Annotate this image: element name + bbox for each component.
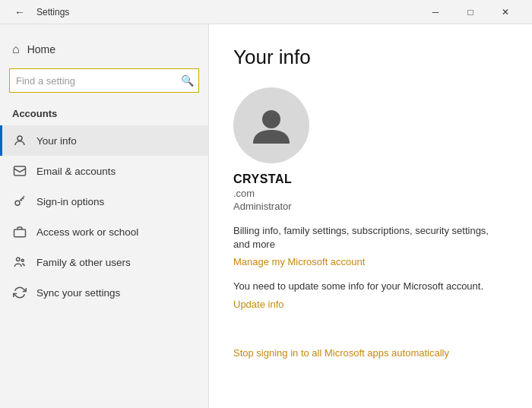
close-button[interactable]: ✕ [488, 0, 523, 24]
home-icon: ⌂ [12, 43, 20, 56]
maximize-button[interactable]: □ [453, 0, 488, 24]
avatar-icon [249, 103, 294, 148]
sidebar-section-title: Accounts [0, 105, 208, 125]
update-notice-text: You need to update some info for your Mi… [233, 280, 483, 293]
sidebar-home-label: Home [27, 43, 55, 55]
svg-rect-1 [14, 166, 26, 176]
manage-account-link[interactable]: Manage my Microsoft account [233, 256, 365, 267]
sidebar-item-label: Sync your settings [36, 287, 120, 299]
sidebar-item-label: Email & accounts [36, 166, 116, 177]
user-email: .com [233, 188, 255, 199]
briefcase-icon [12, 224, 27, 239]
user-name: CRYSTAL [233, 172, 292, 186]
sidebar-item-family-users[interactable]: Family & other users [0, 247, 208, 277]
avatar [233, 87, 309, 163]
key-icon [12, 194, 27, 209]
svg-point-0 [17, 136, 22, 141]
sidebar-item-work-school[interactable]: Access work or school [0, 217, 208, 247]
sidebar-item-label: Sign-in options [36, 196, 104, 207]
search-box: 🔍 [9, 68, 199, 93]
user-role: Administrator [233, 201, 292, 212]
titlebar: ← Settings ─ □ ✕ [0, 0, 532, 24]
main-content: ⌂ Home 🔍 Accounts Your info [0, 24, 532, 408]
sidebar-item-label: Family & other users [36, 257, 131, 268]
stop-signing-in-link[interactable]: Stop signing in to all Microsoft apps au… [233, 347, 449, 359]
minimize-button[interactable]: ─ [418, 0, 453, 24]
sidebar-item-email-accounts[interactable]: Email & accounts [0, 156, 208, 186]
svg-point-2 [15, 201, 20, 205]
back-button[interactable]: ← [9, 2, 30, 23]
search-icon[interactable]: 🔍 [175, 68, 199, 93]
person-icon [12, 133, 27, 148]
update-info-link[interactable]: Update info [233, 299, 284, 310]
page-title: Your info [233, 46, 508, 69]
svg-point-4 [17, 258, 21, 261]
sidebar-item-your-info[interactable]: Your info [0, 125, 208, 156]
content-area: Your info CRYSTAL .com Administrator Bil… [209, 24, 532, 408]
family-icon [12, 255, 27, 270]
svg-point-6 [262, 110, 280, 128]
titlebar-left: ← Settings [9, 2, 69, 23]
sidebar-item-sign-in[interactable]: Sign-in options [0, 186, 208, 217]
profile-section: CRYSTAL .com Administrator Billing info,… [233, 87, 508, 359]
billing-info-text: Billing info, family settings, subscript… [233, 224, 508, 251]
svg-point-5 [21, 259, 24, 261]
titlebar-right: ─ □ ✕ [418, 0, 523, 24]
email-icon [12, 163, 27, 179]
sidebar: ⌂ Home 🔍 Accounts Your info [0, 24, 209, 408]
svg-rect-3 [14, 229, 26, 237]
search-input[interactable] [9, 68, 199, 93]
sidebar-item-home[interactable]: ⌂ Home [0, 36, 208, 62]
sidebar-item-label: Your info [36, 135, 77, 147]
sync-icon [12, 285, 27, 300]
titlebar-title: Settings [36, 7, 69, 17]
sidebar-item-label: Access work or school [36, 226, 138, 238]
sidebar-item-sync-settings[interactable]: Sync your settings [0, 277, 208, 308]
